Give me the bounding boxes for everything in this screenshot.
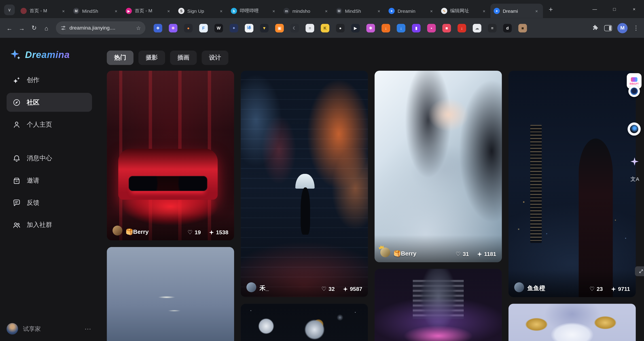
gallery-card[interactable] — [240, 304, 368, 341]
creator-avatar[interactable] — [246, 282, 256, 292]
user-row[interactable]: 试享家 ⋯ — [6, 323, 92, 334]
forward-button[interactable]: → — [16, 22, 28, 34]
spark-stat[interactable]: 9711 — [611, 286, 630, 292]
like-stat[interactable]: ♡31 — [456, 251, 469, 257]
like-stat[interactable]: ♡19 — [188, 229, 201, 235]
browser-tab[interactable]: mmindsho× — [280, 4, 333, 18]
gallery-card[interactable] — [374, 269, 502, 341]
extension-icon[interactable]: ↓ — [458, 24, 466, 33]
maximize-button[interactable]: □ — [605, 0, 624, 18]
browser-tab[interactable]: b哔哩哔哩× — [228, 4, 280, 18]
extension-icon[interactable]: ☁ — [473, 24, 482, 33]
extensions-puzzle-icon[interactable] — [592, 24, 599, 32]
sidebar-item-community[interactable]: 社区 — [6, 93, 92, 112]
new-tab-button[interactable]: + — [545, 4, 557, 16]
tab-close-icon[interactable]: × — [534, 8, 540, 14]
extension-icon[interactable]: ■ — [442, 24, 451, 33]
sidebar-item-messages[interactable]: 消息中心 — [6, 149, 92, 168]
tab-close-icon[interactable]: × — [60, 8, 67, 14]
sidebar-item-join-group[interactable]: 加入社群 — [6, 215, 92, 234]
extension-icon[interactable]: ≡ — [306, 24, 314, 33]
extension-icon[interactable]: ▶ — [351, 24, 360, 33]
extension-icon[interactable]: W — [214, 24, 223, 33]
extension-icon[interactable]: ❖ — [154, 24, 162, 33]
minimize-button[interactable]: — — [585, 0, 605, 18]
site-settings-icon[interactable] — [60, 25, 66, 31]
like-stat[interactable]: ♡23 — [590, 286, 603, 292]
brand[interactable]: Dreamina — [6, 46, 92, 71]
tab-close-icon[interactable]: × — [428, 8, 435, 14]
home-button[interactable]: ⌂ — [40, 22, 52, 34]
address-bar[interactable]: dreamina.jianying.... ☆ — [56, 22, 145, 35]
extension-icon[interactable]: ☾ — [290, 24, 299, 33]
gallery-card[interactable]: 禾_♡329587 — [240, 71, 368, 297]
collapse-handle[interactable] — [635, 266, 644, 276]
browser-tab[interactable]: ✦Dreamin× — [385, 4, 438, 18]
tab-close-icon[interactable]: × — [376, 8, 382, 14]
user-avatar[interactable] — [6, 323, 18, 334]
extension-icon[interactable]: ↓ — [382, 24, 390, 33]
spark-stat[interactable]: 9587 — [343, 286, 362, 292]
close-button[interactable]: × — [624, 0, 644, 18]
browser-tab[interactable]: MMindSh× — [333, 4, 385, 18]
browser-tab[interactable]: ✦Dreami× — [490, 4, 543, 18]
browser-menu-button[interactable]: ⋮ — [633, 24, 639, 32]
filter-chip-illustration[interactable]: 插画 — [170, 51, 196, 65]
tab-close-icon[interactable]: × — [113, 8, 119, 14]
tab-close-icon[interactable]: × — [166, 8, 172, 14]
reload-button[interactable]: ↻ — [28, 22, 40, 34]
extension-icon[interactable]: K — [321, 24, 330, 33]
creator-avatar[interactable] — [514, 282, 524, 292]
browser-tab[interactable]: ▶首页 - M× — [122, 4, 175, 18]
tab-search-button[interactable]: ∨ — [4, 5, 15, 15]
sparkle-widget[interactable] — [630, 157, 639, 166]
sidebar-item-invite[interactable]: 邀请 — [6, 171, 92, 190]
spark-stat[interactable]: 1538 — [209, 229, 228, 236]
extension-icon[interactable]: ✦ — [230, 24, 238, 33]
browser-tab[interactable]: MMindSh× — [70, 4, 122, 18]
tab-close-icon[interactable]: × — [481, 8, 487, 14]
extension-icon[interactable]: ▪ — [427, 24, 436, 33]
sidebar-item-profile[interactable]: 个人主页 — [6, 115, 92, 134]
extension-icon[interactable]: ✱ — [169, 24, 178, 33]
user-more-button[interactable]: ⋯ — [84, 325, 92, 333]
filter-chip-hot[interactable]: 热门 — [107, 51, 134, 65]
extension-icon[interactable]: ■ — [518, 24, 527, 33]
extension-icon[interactable]: 译 — [245, 24, 254, 33]
creator-avatar[interactable] — [112, 226, 122, 235]
side-panel-icon[interactable] — [604, 25, 612, 31]
url-text[interactable]: dreamina.jianying.... — [69, 25, 132, 31]
extension-icon[interactable]: ✱ — [366, 24, 375, 33]
gallery-card[interactable]: 🥞Berry♡191538 — [107, 71, 234, 240]
gallery-card[interactable]: 鱼鱼橙♡239711 — [508, 71, 636, 297]
back-button[interactable]: ← — [3, 22, 16, 34]
extension-icon[interactable]: d — [503, 24, 512, 33]
like-stat[interactable]: ♡32 — [321, 286, 335, 292]
browser-tab[interactable]: 首页 - M× — [17, 4, 70, 18]
extension-icon[interactable]: ● — [184, 24, 193, 33]
bookmark-star-icon[interactable]: ☆ — [136, 25, 141, 31]
extension-icon[interactable]: F — [199, 24, 208, 33]
tab-close-icon[interactable]: × — [218, 8, 224, 14]
tab-close-icon[interactable]: × — [323, 8, 330, 14]
filter-chip-photography[interactable]: 摄影 — [138, 51, 165, 65]
capture-widget[interactable] — [628, 122, 641, 136]
translate-widget[interactable]: 文A — [629, 174, 641, 184]
browser-tab[interactable]: SSign Up× — [175, 4, 228, 18]
extension-icon[interactable]: ↓ — [397, 24, 406, 33]
extension-icon[interactable]: ● — [336, 24, 344, 33]
creator-avatar[interactable] — [380, 247, 390, 257]
extension-icon[interactable]: ▣ — [275, 24, 284, 33]
extension-icon[interactable]: ▮ — [412, 24, 420, 33]
gallery-card[interactable] — [508, 304, 636, 341]
extension-icon[interactable]: ≡ — [488, 24, 497, 33]
profile-avatar[interactable]: M — [618, 23, 628, 33]
extension-icon[interactable]: ▼ — [260, 24, 269, 33]
sidebar-item-create[interactable]: 创作 — [6, 71, 92, 90]
assistant-widget[interactable] — [628, 86, 640, 97]
gallery-card[interactable] — [107, 247, 234, 341]
sidebar-item-feedback[interactable]: 反馈 — [6, 193, 92, 212]
tab-close-icon[interactable]: × — [270, 8, 277, 14]
gallery-card[interactable]: 🥞Berry♡311181 — [374, 71, 502, 262]
browser-tab[interactable]: ✎编辑网址× — [438, 4, 490, 18]
